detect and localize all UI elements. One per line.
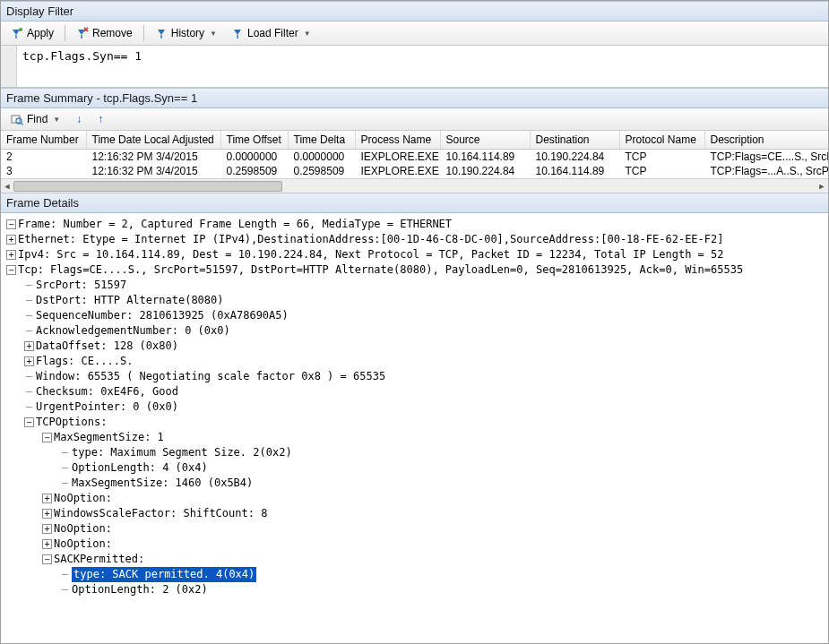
expand-icon[interactable]	[42, 539, 52, 549]
history-label: History	[171, 27, 204, 39]
history-icon	[155, 27, 168, 39]
col-destination[interactable]: Destination	[530, 131, 619, 150]
filter-expression-input[interactable]	[17, 46, 828, 87]
tree-text: NoOption:	[54, 521, 112, 537]
tree-line[interactable]: NoOption:	[3, 491, 826, 506]
expand-icon[interactable]	[24, 341, 34, 351]
tree-line[interactable]: UrgentPointer: 0 (0x0)	[3, 399, 826, 415]
leaf-icon	[60, 476, 70, 491]
col-description[interactable]: Description	[704, 131, 828, 150]
expand-icon[interactable]	[6, 235, 16, 245]
filter-gutter	[1, 46, 17, 87]
tree-text: Flags: CE....S.	[36, 354, 133, 369]
tree-text: DstPort: HTTP Alternate(8080)	[36, 293, 224, 308]
cell-delta: 0.2598509	[288, 164, 355, 178]
tree-text: Window: 65535 ( Negotiating scale factor…	[36, 369, 385, 384]
expand-icon[interactable]	[6, 250, 16, 260]
tree-line[interactable]: NoOption:	[3, 537, 826, 552]
apply-icon	[11, 27, 23, 39]
tree-line[interactable]: SequenceNumber: 2810613925 (0xA78690A5)	[3, 308, 826, 323]
tree-line[interactable]: Window: 65535 ( Negotiating scale factor…	[3, 369, 826, 384]
tree-line[interactable]: TCPOptions:	[3, 415, 826, 430]
load-filter-button[interactable]: Load Filter ▼	[225, 24, 317, 42]
display-filter-header: Display Filter	[1, 1, 828, 21]
frame-details-header: Frame Details	[1, 193, 828, 213]
tree-text: NoOption:	[54, 491, 112, 506]
collapse-icon[interactable]	[42, 433, 52, 442]
tree-text: UrgentPointer: 0 (0x0)	[36, 399, 178, 415]
horizontal-scrollbar[interactable]: ◄ ►	[1, 178, 828, 193]
find-label: Find	[27, 113, 47, 125]
tree-line[interactable]: Tcp: Flags=CE....S., SrcPort=51597, DstP…	[3, 262, 826, 278]
col-frame-number[interactable]: Frame Number	[1, 131, 86, 150]
tree-line[interactable]: MaxSegmentSize: 1460 (0x5B4)	[3, 476, 826, 491]
table-row[interactable]: 312:16:32 PM 3/4/20150.25985090.2598509I…	[1, 164, 828, 178]
expand-icon[interactable]	[42, 509, 52, 519]
col-time-delta[interactable]: Time Delta	[288, 131, 355, 150]
tree-line[interactable]: OptionLength: 4 (0x4)	[3, 460, 826, 476]
tree-text: NoOption:	[54, 537, 112, 552]
chevron-down-icon: ▼	[210, 30, 217, 38]
leaf-icon	[24, 293, 34, 308]
tree-text: Ipv4: Src = 10.164.114.89, Dest = 10.190…	[18, 247, 723, 262]
find-next-button[interactable]: ↓	[70, 110, 88, 128]
cell-offset: 0.2598509	[220, 164, 288, 178]
col-source[interactable]: Source	[440, 131, 530, 150]
tree-line[interactable]: OptionLength: 2 (0x2)	[3, 582, 826, 597]
remove-icon	[76, 27, 89, 39]
collapse-icon[interactable]	[6, 265, 16, 275]
scrollbar-thumb[interactable]	[13, 181, 282, 192]
tree-text: MaxSegmentSize: 1460 (0x5B4)	[72, 476, 253, 491]
svg-point-2	[19, 28, 22, 31]
chevron-down-icon: ▼	[304, 30, 311, 38]
tree-line[interactable]: Checksum: 0xE4F6, Good	[3, 384, 826, 399]
tree-line[interactable]: SrcPort: 51597	[3, 278, 826, 293]
expand-icon[interactable]	[42, 524, 52, 534]
svg-marker-7	[158, 30, 165, 35]
col-time-offset[interactable]: Time Offset	[220, 131, 288, 150]
frame-summary-table-wrap: Frame Number Time Date Local Adjusted Ti…	[1, 131, 828, 178]
tree-line[interactable]: NoOption:	[3, 521, 826, 537]
cell-desc: TCP:Flags=...A..S., SrcPort=HTTP Alterna…	[704, 164, 828, 178]
tree-text: DataOffset: 128 (0x80)	[36, 339, 178, 354]
tree-line[interactable]: AcknowledgementNumber: 0 (0x0)	[3, 323, 826, 339]
col-process[interactable]: Process Name	[355, 131, 440, 150]
collapse-icon[interactable]	[42, 554, 52, 564]
col-protocol[interactable]: Protocol Name	[619, 131, 704, 150]
tree-text: SrcPort: 51597	[36, 278, 126, 293]
collapse-icon[interactable]	[6, 219, 16, 229]
svg-marker-0	[13, 30, 20, 35]
remove-button[interactable]: Remove	[70, 24, 139, 42]
tree-line[interactable]: MaxSegmentSize: 1	[3, 430, 826, 445]
tree-line[interactable]: WindowsScaleFactor: ShiftCount: 8	[3, 506, 826, 521]
tree-line[interactable]: DataOffset: 128 (0x80)	[3, 339, 826, 354]
tree-line[interactable]: Frame: Number = 2, Captured Frame Length…	[3, 217, 826, 232]
history-button[interactable]: History ▼	[149, 24, 223, 42]
frame-details-tree[interactable]: Frame: Number = 2, Captured Frame Length…	[1, 213, 828, 601]
table-row[interactable]: 212:16:32 PM 3/4/20150.00000000.0000000I…	[1, 150, 828, 165]
tree-text: AcknowledgementNumber: 0 (0x0)	[36, 323, 230, 339]
tree-line[interactable]: type: SACK permitted. 4(0x4)	[3, 567, 826, 582]
display-filter-toolbar: Apply Remove History ▼ Load Filter ▼	[1, 21, 828, 46]
scroll-left-icon[interactable]: ◄	[1, 179, 13, 193]
tree-text: MaxSegmentSize: 1	[54, 430, 164, 445]
collapse-icon[interactable]	[24, 417, 34, 427]
tree-line[interactable]: Ipv4: Src = 10.164.114.89, Dest = 10.190…	[3, 247, 826, 262]
scroll-right-icon[interactable]: ►	[816, 179, 828, 193]
tree-line[interactable]: Flags: CE....S.	[3, 354, 826, 369]
tree-text: WindowsScaleFactor: ShiftCount: 8	[54, 506, 267, 521]
leaf-icon	[24, 323, 34, 339]
svg-marker-9	[234, 30, 241, 35]
expand-icon[interactable]	[24, 356, 34, 366]
frame-summary-header: Frame Summary - tcp.Flags.Syn== 1	[1, 88, 828, 108]
find-prev-button[interactable]: ↑	[91, 110, 109, 128]
tree-line[interactable]: type: Maximum Segment Size. 2(0x2)	[3, 445, 826, 460]
expand-icon[interactable]	[42, 494, 52, 503]
col-time-date[interactable]: Time Date Local Adjusted	[86, 131, 220, 150]
find-button[interactable]: Find ▼	[4, 110, 66, 128]
tree-line[interactable]: Ethernet: Etype = Internet IP (IPv4),Des…	[3, 232, 826, 247]
tree-line[interactable]: DstPort: HTTP Alternate(8080)	[3, 293, 826, 308]
tree-line[interactable]: SACKPermitted:	[3, 552, 826, 567]
load-filter-icon	[231, 27, 244, 39]
apply-button[interactable]: Apply	[4, 24, 60, 42]
